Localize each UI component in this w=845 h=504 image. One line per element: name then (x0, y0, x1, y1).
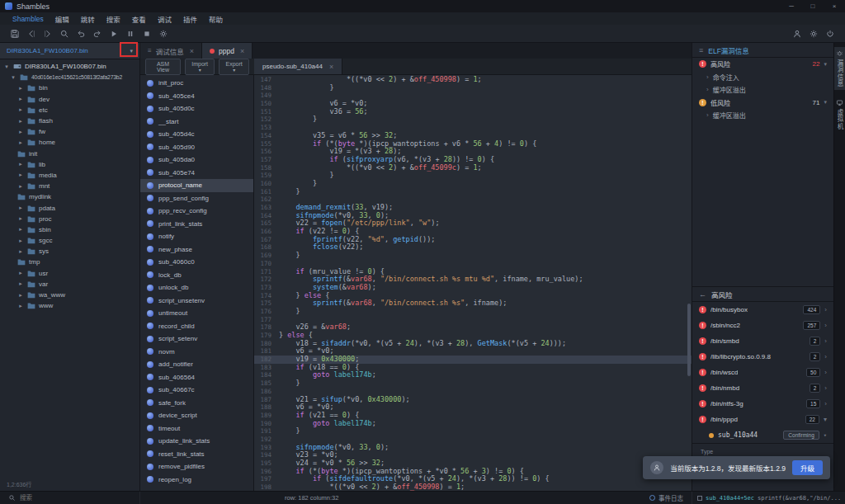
jump-back-icon[interactable] (23, 29, 40, 39)
search-input[interactable] (20, 494, 94, 502)
code-line[interactable]: 164 sifnpmode(*v0, 33, 0); (254, 212, 692, 220)
code-line[interactable]: 185 } (254, 379, 692, 388)
vuln-function[interactable]: sub_410a44Confirming▾ (692, 427, 833, 443)
chevron-down-icon[interactable]: ▾ (130, 48, 133, 54)
export-button[interactable]: Export ▾ (219, 59, 249, 75)
function-item[interactable]: novm (140, 346, 253, 359)
code-line[interactable]: 157 if (sifproxyarp(v6, *(v3 + 28)) != 0… (254, 156, 692, 164)
function-item[interactable]: sub_405e74 (140, 167, 253, 180)
chevron-right-icon[interactable]: › (824, 369, 827, 376)
function-item[interactable]: sub_405ce4 (140, 90, 253, 103)
vuln-level[interactable]: !低风险71▾ (692, 97, 833, 110)
vuln-detail-header[interactable]: ← 高风险 (692, 287, 833, 302)
tree-folder-flash[interactable]: ▸flash (0, 115, 139, 126)
code-line[interactable]: 189 if (v21 == 0) { (254, 412, 692, 420)
tree-folder-lib[interactable]: ▸lib (0, 159, 139, 170)
code-line[interactable]: 168 fclose(v22); (254, 243, 692, 252)
code-line[interactable]: 180 v18 = sifaddr(*v0, *(v5 + 24), *(v3 … (254, 340, 692, 348)
vuln-binary[interactable]: !/bin/smbd2› (692, 333, 833, 349)
code-line[interactable]: 165 v22 = fopen("/etc/ppp/link", "w"); (254, 219, 692, 228)
vuln-binary[interactable]: !/lib/libcrypto.so.0.9.82› (692, 349, 833, 365)
tree-folder-sbin[interactable]: ▸sbin (0, 224, 139, 235)
chevron-right-icon[interactable]: › (824, 306, 827, 313)
function-item[interactable]: sub_40667c (140, 384, 253, 397)
caret-right-icon[interactable]: ▸ (17, 303, 24, 309)
stop-icon[interactable] (139, 29, 155, 39)
code-line[interactable]: 163 demand_rexmit(33, v19); (254, 204, 692, 212)
hamburger-icon[interactable]: ≡ (699, 46, 703, 54)
import-button[interactable]: Import ▾ (185, 59, 215, 75)
code-line[interactable]: 155 if (*(byte *)(ipcp_wantoptions + v6 … (254, 140, 692, 148)
caret-right-icon[interactable]: ▸ (17, 292, 24, 299)
function-item[interactable]: print_link_stats (140, 218, 253, 231)
code-line[interactable]: 151 v36 = 56; (254, 108, 692, 116)
function-item[interactable]: lock_db (140, 269, 253, 282)
function-item[interactable]: ppp_recv_config (140, 205, 253, 218)
tab-pppd[interactable]: pppd× (202, 43, 253, 59)
function-item[interactable]: sub_405d0c (140, 102, 253, 115)
tree-folder-init[interactable]: init (0, 148, 139, 159)
tree-folder-home[interactable]: ▸home (0, 137, 139, 148)
code-line[interactable]: 182 v19 = 0x430000; (254, 356, 692, 364)
code-line[interactable]: 196 if (*(byte *)(ipcp_wantoptions + *v0… (254, 468, 692, 476)
code-line[interactable]: 161 } (254, 188, 692, 196)
caret-right-icon[interactable]: ▸ (17, 106, 24, 113)
upgrade-button[interactable]: 升级 (792, 460, 823, 475)
function-item[interactable]: safe_fork (140, 397, 253, 410)
code-line[interactable]: 148 } (254, 84, 692, 92)
function-item[interactable]: untimeout (140, 307, 253, 320)
tree-folder-fw[interactable]: ▸fw (0, 126, 139, 137)
chevron-right-icon[interactable]: › (824, 337, 827, 345)
caret-right-icon[interactable]: ▸ (17, 161, 24, 167)
tree-folder-www[interactable]: ▸www (0, 300, 139, 311)
user-icon[interactable] (789, 29, 805, 39)
side-tab-1[interactable]: 虚拟机 (834, 97, 845, 133)
code-line[interactable]: 167 fprintf(v22, "%d", getpid()); (254, 236, 692, 244)
code-line[interactable]: 149 (254, 92, 692, 100)
undo-icon[interactable] (73, 29, 89, 39)
close-icon[interactable]: × (190, 47, 194, 55)
code-line[interactable]: 169 } (254, 252, 692, 260)
tree-hash-dir[interactable]: ▾40d016e1ec415621c50813f2afa273b2 (0, 72, 139, 82)
caret-down-icon[interactable]: ▾ (10, 74, 17, 81)
menu-item-5[interactable]: 调试 (152, 14, 177, 24)
tree-folder-etc[interactable]: ▸etc (0, 105, 139, 115)
caret-right-icon[interactable]: ▸ (17, 226, 24, 233)
code-line[interactable]: 174 } else { (254, 292, 692, 300)
function-item[interactable]: remove_pidfiles (140, 460, 253, 473)
caret-right-icon[interactable]: ▸ (17, 280, 24, 287)
code-line[interactable]: 198 *((*v0 << 2) + &off_450998) = 1; (254, 483, 692, 491)
vuln-level[interactable]: !高风险22▾ (692, 58, 833, 71)
code-line[interactable]: 195 v24 = *v0 * 56 >> 32; (254, 459, 692, 468)
code-preview[interactable]: sub_410a44+5ec sprintf(&var68,"/bin/... (692, 492, 845, 504)
function-item[interactable]: sub_405da0 (140, 153, 253, 167)
caret-right-icon[interactable]: ▸ (17, 270, 24, 276)
vuln-binary[interactable]: !/bin/ntfs-3g15› (692, 396, 833, 412)
chevron-right-icon[interactable]: › (824, 322, 827, 329)
caret-down-icon[interactable]: ▾ (3, 64, 10, 70)
code-line[interactable]: 179} else { (254, 332, 692, 340)
vuln-binary[interactable]: !/bin/busybox424› (692, 302, 833, 318)
code-line[interactable]: 158 *((*v0 << 2) + &off_45099c) = 1; (254, 164, 692, 172)
code-line[interactable]: 170 (254, 260, 692, 268)
code-line[interactable]: 183 if (v18 == 0) { (254, 364, 692, 372)
run-icon[interactable] (106, 29, 122, 39)
code-line[interactable]: 166 if (v22 != 0) { (254, 228, 692, 236)
function-item[interactable]: sub_4060c0 (140, 256, 253, 269)
function-item[interactable]: reopen_log (140, 473, 253, 487)
function-item[interactable]: device_script (140, 409, 253, 422)
tree-folder-tmp[interactable]: tmp (0, 257, 139, 267)
caret-right-icon[interactable]: ▸ (17, 248, 24, 255)
pause-icon[interactable] (122, 29, 139, 39)
power-icon[interactable] (822, 29, 838, 39)
menu-item-2[interactable]: 跳转 (75, 14, 101, 24)
vuln-binary[interactable]: !/bin/pppd22▾ (692, 412, 833, 427)
caret-right-icon[interactable]: ▸ (17, 85, 24, 92)
code-line[interactable]: 181 v6 = *v0; (254, 347, 692, 356)
tree-folder-mnt[interactable]: ▸mnt (0, 181, 139, 191)
tree-folder-proc[interactable]: ▸proc (0, 214, 139, 224)
code-line[interactable]: 194 v23 = *v0; (254, 451, 692, 459)
code-line[interactable]: 177 (254, 316, 692, 324)
menu-item-0[interactable]: Shambles (7, 15, 50, 23)
function-item[interactable]: timeout (140, 422, 253, 436)
